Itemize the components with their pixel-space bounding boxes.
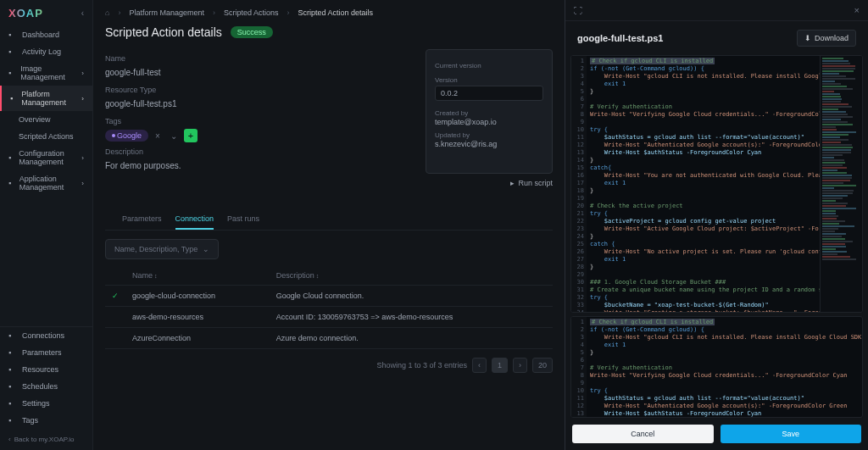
sidebar-item[interactable]: ▪Settings (0, 395, 92, 412)
table-row[interactable]: aws-demo-resourcesAccount ID: 1300597637… (105, 307, 553, 328)
nav-main: ▪Dashboard▪Activity Log▪Image Management… (0, 26, 92, 326)
add-tag-button[interactable]: + (184, 129, 198, 142)
script-panel: ⛶ × google-full-test.ps1 ⬇ Download 1 2 … (565, 0, 868, 450)
page-prev-button[interactable]: ‹ (472, 358, 487, 373)
chevron-icon: › (81, 180, 84, 187)
page-next-button[interactable]: › (513, 358, 527, 373)
chevron-icon: › (81, 69, 84, 77)
status-badge: Success (231, 26, 273, 38)
nav-icon: ▪ (8, 31, 17, 39)
code-editor-top[interactable]: 1 2 3 4 5 6 7 8 9 10 11 12 13 14 15 16 1… (570, 55, 863, 313)
description-label: Description (105, 147, 417, 156)
nav-icon: ▪ (8, 382, 17, 391)
breadcrumb-item[interactable]: Platform Management (129, 8, 204, 17)
arrow-left-icon: ‹ (8, 436, 11, 443)
panel-title: google-full-test.ps1 (577, 33, 663, 43)
nav-icon: ▪ (8, 348, 17, 357)
version-select[interactable] (435, 86, 543, 101)
created-by-value: template@xoap.io (435, 118, 543, 126)
table-filter[interactable]: Name, Description, Type ⌄ (105, 239, 219, 259)
home-icon[interactable]: ⌂ (105, 8, 109, 17)
sidebar-item[interactable]: Overview (0, 111, 92, 128)
code-editor-bottom[interactable]: 1 2 3 4 5 6 7 8 9 10 11 12 13 # Check if… (570, 316, 863, 418)
nav-icon: ▪ (8, 416, 17, 425)
chevron-down-icon[interactable]: ⌄ (167, 131, 181, 141)
nav-bottom: ▪Connections▪Parameters▪Resources▪Schedu… (0, 326, 92, 429)
tag-remove-icon[interactable]: × (152, 131, 164, 141)
nav-icon: ▪ (8, 47, 17, 56)
updated-by-value: s.knezevic@ris.ag (435, 140, 543, 148)
chevron-icon: › (81, 95, 84, 103)
sidebar-item[interactable]: Scripted Actions (0, 128, 92, 145)
play-icon: ▸ (510, 179, 515, 187)
connections-table: Name↕ Description↕ ✓google-cloud-connect… (105, 266, 553, 349)
sidebar-item[interactable]: ▪Image Management› (0, 60, 92, 86)
sidebar-item[interactable]: ▪Application Management› (0, 170, 92, 196)
breadcrumb: ⌂ › Platform Management › Scripted Actio… (93, 0, 565, 22)
sidebar-item[interactable]: ▪Platform Management› (0, 86, 92, 111)
main-content: ⌂ › Platform Management › Scripted Actio… (93, 0, 565, 450)
col-description[interactable]: Description↕ (270, 266, 553, 286)
chevron-down-icon: ⌄ (203, 245, 209, 253)
run-script-button[interactable]: ▸ Run script (93, 174, 565, 187)
sidebar-item[interactable]: ▪Dashboard (0, 26, 92, 43)
sidebar-item[interactable]: ▪Parameters (0, 344, 92, 361)
page-number[interactable]: 1 (492, 358, 508, 373)
tab-past-runs[interactable]: Past runs (227, 209, 259, 230)
collapse-icon[interactable]: ‹ (81, 8, 84, 18)
resource-type-label: Resource Type (105, 86, 417, 94)
tab-connection[interactable]: Connection (175, 209, 214, 230)
sort-icon: ↕ (154, 273, 158, 279)
sidebar-item[interactable]: ▪Schedules (0, 378, 92, 395)
nav-icon: ▪ (8, 69, 15, 77)
nav-icon: ▪ (8, 365, 17, 374)
download-button[interactable]: ⬇ Download (797, 30, 856, 47)
current-version-label: Current version (435, 62, 543, 69)
sidebar-item[interactable]: ▪Connections (0, 327, 92, 344)
name-label: Name (105, 54, 417, 63)
table-row[interactable]: AzureConnectionAzure demo connection. (105, 328, 553, 349)
breadcrumb-item[interactable]: Scripted Actions (224, 8, 279, 17)
check-icon: ✓ (112, 292, 119, 300)
details-form: Name google-full-test Resource Type goog… (105, 49, 417, 174)
minimap[interactable] (820, 56, 862, 312)
nav-icon: ▪ (10, 94, 16, 103)
sidebar-item[interactable]: ▪Resources (0, 361, 92, 378)
col-name[interactable]: Name↕ (125, 266, 270, 286)
pagination: Showing 1 to 3 of 3 entries ‹ 1 › 20 (105, 349, 553, 381)
page-title: Scripted Action details (105, 25, 222, 39)
logo-area: XOAP ‹ (0, 0, 92, 26)
sidebar: XOAP ‹ ▪Dashboard▪Activity Log▪Image Man… (0, 0, 93, 450)
sidebar-item[interactable]: ▪Configuration Management› (0, 145, 92, 170)
nav-icon: ▪ (8, 153, 14, 162)
sidebar-item[interactable]: ▪Tags (0, 412, 92, 429)
close-icon[interactable]: × (854, 5, 860, 15)
sort-icon: ↕ (316, 273, 320, 279)
breadcrumb-current: Scripted Action details (298, 8, 374, 17)
brand-logo: XOAP (8, 7, 43, 19)
table-row[interactable]: ✓google-cloud-connectionGoogle Cloud con… (105, 286, 553, 307)
nav-icon: ▪ (8, 331, 17, 340)
resource-type-value: google-full-test.ps1 (105, 96, 417, 112)
tab-parameters[interactable]: Parameters (122, 209, 162, 230)
tabs: Parameters Connection Past runs (105, 199, 553, 231)
back-link[interactable]: ‹ Back to my.XOAP.io (0, 429, 92, 450)
tag-pill[interactable]: Google (105, 130, 148, 142)
page-size[interactable]: 20 (532, 358, 553, 373)
expand-icon[interactable]: ⛶ (574, 6, 582, 15)
nav-icon: ▪ (8, 179, 14, 187)
tags-label: Tags (105, 117, 417, 125)
title-row: Scripted Action details Success (93, 22, 565, 49)
save-button[interactable]: Save (721, 425, 862, 443)
download-icon: ⬇ (804, 34, 811, 42)
name-value: google-full-test (105, 64, 417, 81)
description-value: For demo purposes. (105, 158, 417, 174)
chevron-icon: › (81, 154, 84, 162)
cancel-button[interactable]: Cancel (572, 425, 714, 443)
nav-icon: ▪ (8, 399, 17, 408)
sidebar-item[interactable]: ▪Activity Log (0, 43, 92, 60)
meta-panel: Current version Version Created by templ… (426, 49, 553, 174)
